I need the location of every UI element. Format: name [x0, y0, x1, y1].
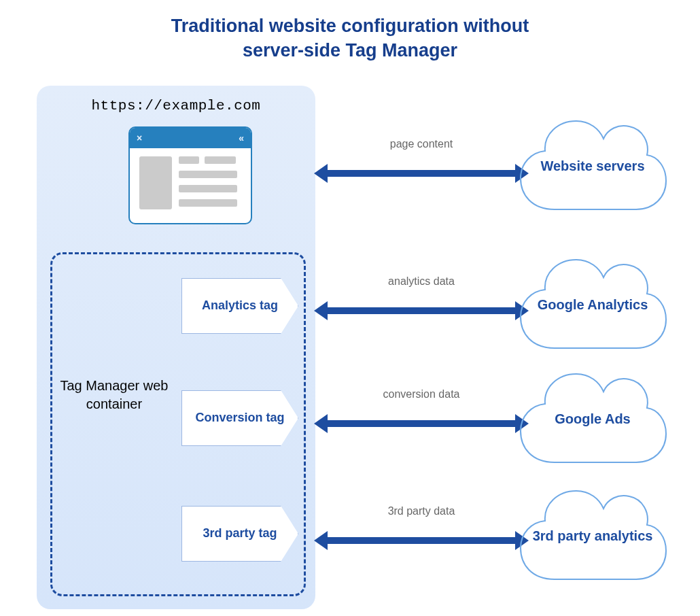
text-placeholder-lines: [179, 156, 241, 209]
cloud-label: Website servers: [517, 158, 669, 175]
browser-body: [130, 148, 251, 218]
browser-title-bar: × «: [130, 128, 251, 148]
tag-label: Analytics tag: [202, 298, 278, 313]
tag-manager-web-container: Tag Manager web container Analytics tag …: [50, 252, 306, 596]
arrow-label-analytics-data: analytics data: [353, 275, 489, 288]
double-arrow-icon: [326, 170, 517, 177]
container-label: Tag Manager web container: [56, 377, 172, 413]
double-arrow-icon: [326, 307, 517, 314]
cloud-google-ads: Google Ads: [517, 367, 669, 468]
close-icon: ×: [137, 133, 142, 143]
arrow-label-conversion-data: conversion data: [353, 388, 489, 401]
collapse-icon: «: [239, 133, 244, 143]
tag-label: Conversion tag: [195, 410, 284, 426]
double-arrow-icon: [326, 537, 517, 544]
browser-window-icon: × «: [128, 126, 252, 224]
cloud-third-party-analytics: 3rd party analytics: [517, 484, 669, 585]
thumbnail-placeholder-icon: [139, 156, 172, 209]
browser-url-label: https://example.com: [37, 98, 315, 114]
arrow-label-third-party-data: 3rd party data: [353, 504, 489, 518]
diagram-title: Traditional website configuration withou…: [0, 14, 700, 63]
cloud-google-analytics: Google Analytics: [517, 253, 669, 354]
tag-label: 3rd party tag: [203, 526, 277, 541]
cloud-label: Google Analytics: [517, 296, 669, 313]
client-side-panel: https://example.com × « Tag Manager web …: [37, 86, 315, 609]
cloud-website-servers: Website servers: [517, 114, 669, 215]
cloud-label: 3rd party analytics: [517, 528, 669, 545]
cloud-label: Google Ads: [517, 411, 669, 428]
title-line-2: server-side Tag Manager: [243, 40, 457, 61]
title-line-1: Traditional website configuration withou…: [171, 16, 529, 36]
analytics-tag: Analytics tag: [181, 278, 298, 334]
third-party-tag: 3rd party tag: [181, 506, 298, 562]
arrow-label-page-content: page content: [353, 137, 489, 151]
double-arrow-icon: [326, 420, 517, 427]
conversion-tag: Conversion tag: [181, 390, 298, 446]
